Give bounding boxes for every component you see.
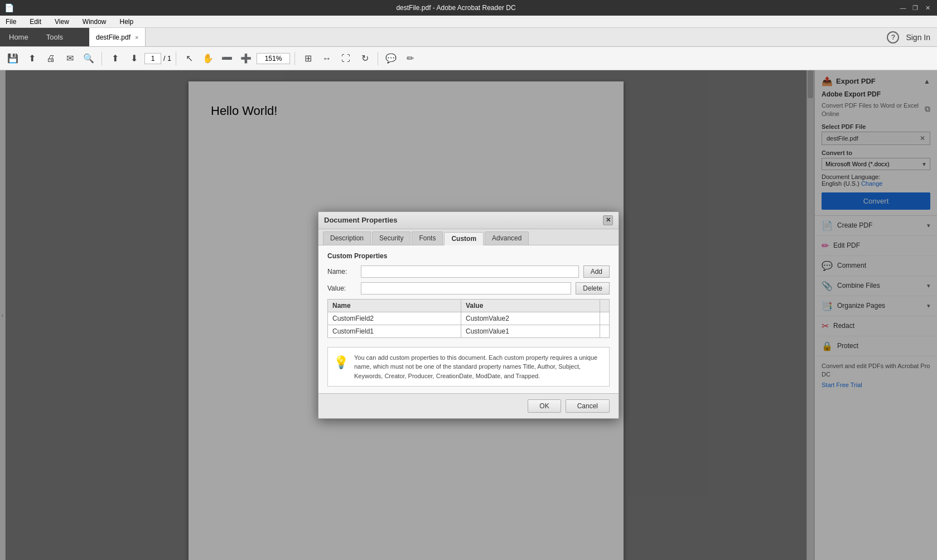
tab-tools[interactable]: Tools — [37, 28, 72, 46]
toolbar-sep-4 — [378, 52, 378, 65]
tip-icon: 💡 — [334, 353, 349, 371]
cell-value: CustomValue1 — [461, 325, 600, 337]
toolbar-comment[interactable]: 💬 — [383, 50, 399, 67]
toolbar-zoom-out[interactable]: ➖ — [219, 50, 235, 67]
cell-name: CustomField1 — [328, 325, 461, 337]
sign-in-button[interactable]: Sign In — [906, 33, 930, 42]
toolbar-fit-width[interactable]: ↔ — [318, 50, 335, 67]
modal-tab-security[interactable]: Security — [372, 231, 410, 245]
toolbar-sep-3 — [294, 52, 295, 65]
menu-file[interactable]: File — [2, 17, 20, 27]
title-bar-title: destFile.pdf - Adobe Acrobat Reader DC — [14, 4, 898, 12]
custom-props-title: Custom Properties — [327, 252, 610, 260]
modal-title: Document Properties — [324, 216, 397, 224]
toolbar-next-page[interactable]: ⬇ — [125, 50, 142, 67]
menu-help[interactable]: Help — [117, 17, 137, 27]
page-number-input[interactable]: 1 — [144, 53, 161, 64]
title-bar: 📄 destFile.pdf - Adobe Acrobat Reader DC… — [0, 0, 937, 16]
page-nav: 1 / 1 — [144, 53, 171, 64]
minimize-button[interactable]: — — [898, 3, 908, 13]
close-button[interactable]: ✕ — [922, 3, 933, 13]
cell-name: CustomField2 — [328, 312, 461, 325]
toolbar-prev-page[interactable]: ⬆ — [107, 50, 123, 67]
tab-home[interactable]: Home — [0, 28, 37, 46]
nav-tabs: Home Tools — [0, 28, 89, 46]
menu-window[interactable]: Window — [79, 17, 110, 27]
name-input[interactable] — [361, 265, 579, 278]
toolbar-zoom-in[interactable]: ➕ — [238, 50, 254, 67]
zoom-level[interactable]: 151% — [257, 53, 290, 64]
tip-box: 💡 You can add custom properties to this … — [327, 347, 610, 387]
tip-text: You can add custom properties to this do… — [354, 353, 603, 381]
col-value-header: Value — [461, 299, 600, 312]
table-row[interactable]: CustomField2 CustomValue2 — [328, 312, 610, 325]
modal-titlebar: Document Properties ✕ — [318, 212, 619, 229]
toolbar-search[interactable]: 🔍 — [80, 50, 97, 67]
modal-footer: OK Cancel — [318, 393, 619, 418]
toolbar-draw[interactable]: ✏ — [402, 50, 418, 67]
cell-empty — [600, 325, 610, 337]
modal-body: Custom Properties Name: Add Value: Delet… — [318, 245, 619, 394]
toolbar-print[interactable]: 🖨 — [42, 50, 59, 67]
toolbar-pan[interactable]: ✋ — [200, 50, 216, 67]
col-scroll-header — [600, 299, 610, 312]
modal-overlay: Document Properties ✕ Description Securi… — [0, 70, 937, 560]
value-row: Value: Delete — [327, 282, 610, 295]
doc-tab[interactable]: destFile.pdf × — [89, 28, 146, 46]
modal-close-button[interactable]: ✕ — [603, 215, 613, 225]
col-name-header: Name — [328, 299, 461, 312]
delete-button[interactable]: Delete — [576, 282, 610, 295]
toolbar-save[interactable]: 💾 — [4, 50, 21, 67]
value-label: Value: — [327, 284, 361, 292]
tab-right: ? Sign In — [146, 28, 937, 46]
main-layout: ‹ Hello World! 📤 Export PDF ▲ Adobe Expo… — [0, 70, 937, 560]
modal-tab-fonts[interactable]: Fonts — [412, 231, 443, 245]
cancel-button[interactable]: Cancel — [566, 399, 610, 413]
cell-value: CustomValue2 — [461, 312, 600, 325]
menu-view[interactable]: View — [51, 17, 73, 27]
doc-tab-label: destFile.pdf — [96, 33, 131, 41]
table-row[interactable]: CustomField1 CustomValue1 — [328, 325, 610, 337]
tab-bar: Home Tools destFile.pdf × ? Sign In — [0, 28, 937, 47]
name-label: Name: — [327, 268, 361, 276]
modal-tabs: Description Security Fonts Custom Advanc… — [318, 229, 619, 245]
toolbar-select[interactable]: ↖ — [181, 50, 197, 67]
toolbar-sep-2 — [176, 52, 176, 65]
doc-tab-close[interactable]: × — [135, 34, 138, 41]
title-bar-icon: 📄 — [4, 3, 14, 12]
modal-tab-description[interactable]: Description — [323, 231, 371, 245]
cell-empty — [600, 312, 610, 325]
toolbar: 💾 ⬆ 🖨 ✉ 🔍 ⬆ ⬇ 1 / 1 ↖ ✋ ➖ ➕ 151% ⊞ ↔ ⛶ ↻… — [0, 47, 937, 70]
toolbar-full-screen[interactable]: ⛶ — [337, 50, 354, 67]
toolbar-upload[interactable]: ⬆ — [23, 50, 40, 67]
toolbar-fit-page[interactable]: ⊞ — [300, 50, 316, 67]
value-input[interactable] — [361, 282, 571, 295]
title-bar-controls: — ❐ ✕ — [898, 3, 933, 13]
toolbar-sep-1 — [102, 52, 102, 65]
menu-edit[interactable]: Edit — [26, 17, 45, 27]
help-icon[interactable]: ? — [887, 31, 899, 44]
modal-tab-custom[interactable]: Custom — [444, 232, 484, 245]
menu-bar: File Edit View Window Help — [0, 16, 937, 28]
modal-tab-advanced[interactable]: Advanced — [485, 231, 529, 245]
page-total: 1 — [167, 55, 171, 62]
ok-button[interactable]: OK — [528, 399, 561, 413]
toolbar-email[interactable]: ✉ — [61, 50, 78, 67]
custom-props-table: Name Value CustomField2 CustomValue2 Cus… — [327, 299, 610, 338]
name-row: Name: Add — [327, 265, 610, 278]
add-button[interactable]: Add — [583, 265, 610, 278]
document-properties-modal: Document Properties ✕ Description Securi… — [318, 211, 619, 419]
restore-button[interactable]: ❐ — [910, 3, 920, 13]
toolbar-rotate[interactable]: ↻ — [356, 50, 373, 67]
page-sep: / — [163, 55, 165, 62]
